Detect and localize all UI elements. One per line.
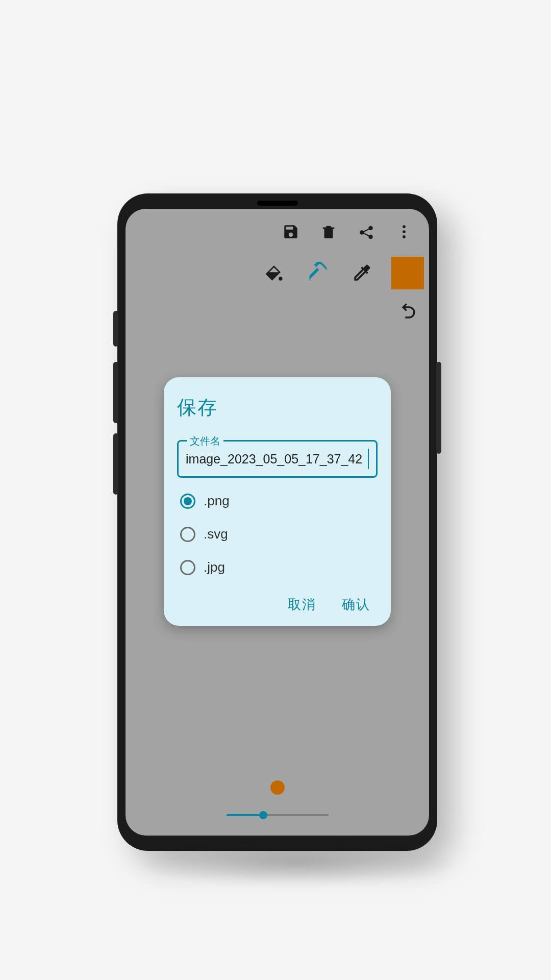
filename-field[interactable]: 文件名 (177, 440, 378, 478)
phone-frame: 保存 文件名 .png .svg .jpg (117, 193, 437, 851)
radio-svg[interactable]: .svg (180, 526, 378, 542)
radio-png[interactable]: .png (180, 493, 378, 509)
confirm-button[interactable]: 确认 (342, 596, 370, 614)
radio-label: .svg (204, 526, 228, 542)
dialog-actions: 取消 确认 (177, 596, 378, 614)
screen: 保存 文件名 .png .svg .jpg (126, 209, 429, 836)
radio-button-icon (180, 560, 195, 575)
filename-input[interactable] (186, 452, 368, 467)
hw-volume-up (113, 362, 118, 423)
hw-volume-down (113, 433, 118, 495)
text-caret (368, 449, 369, 469)
speaker-slot (257, 201, 298, 206)
filename-label: 文件名 (187, 434, 223, 448)
dialog-title: 保存 (177, 395, 378, 421)
cancel-button[interactable]: 取消 (288, 596, 316, 614)
hw-button (113, 311, 118, 347)
format-radio-group: .png .svg .jpg (180, 493, 378, 575)
hw-power (436, 362, 441, 454)
radio-jpg[interactable]: .jpg (180, 559, 378, 575)
radio-button-icon (180, 527, 195, 542)
radio-label: .png (204, 493, 230, 509)
radio-label: .jpg (204, 559, 225, 575)
radio-button-icon (180, 494, 195, 509)
save-dialog: 保存 文件名 .png .svg .jpg (164, 377, 391, 626)
